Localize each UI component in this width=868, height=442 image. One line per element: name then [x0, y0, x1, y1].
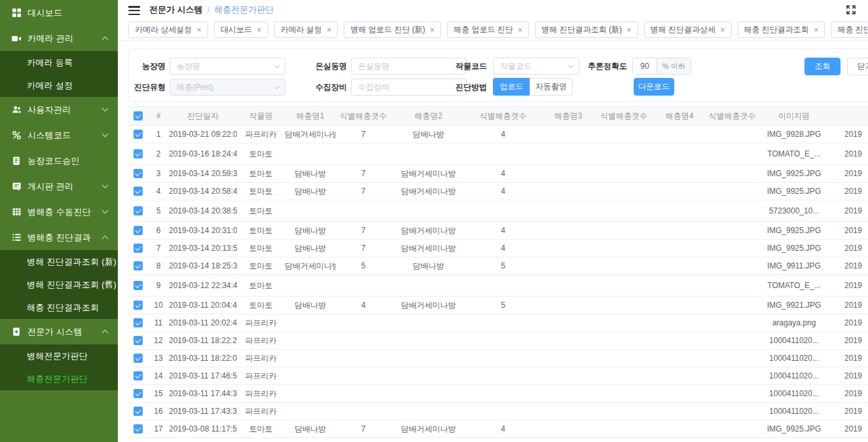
search-button[interactable]: 조회: [805, 58, 841, 75]
row-checkbox[interactable]: [134, 371, 143, 380]
tab-6[interactable]: ●병해 진단결과조회 (新)×: [535, 22, 638, 38]
row-checkbox[interactable]: [134, 318, 143, 327]
tab-4[interactable]: ●병해 업로드 진단 (新)×: [344, 22, 441, 38]
dashboard-icon: [11, 8, 22, 18]
camera-icon: [11, 33, 22, 44]
row-checkbox[interactable]: [134, 169, 143, 178]
sidebar-subitem-8-1[interactable]: 병해 진단결과조회 (新): [0, 250, 118, 273]
tab-close-icon[interactable]: ×: [814, 26, 819, 34]
tab-8[interactable]: ●해충 진단결과조회×: [738, 22, 825, 38]
header-checkbox-cell: [128, 111, 148, 120]
accuracy-input-group: % 이하: [632, 58, 691, 75]
cell-extra: 2019: [831, 281, 868, 290]
breadcrumb-current: 해충전문가판단: [214, 4, 274, 16]
row-checkbox[interactable]: [134, 354, 143, 363]
row-checkbox[interactable]: [134, 424, 143, 433]
row-checkbox[interactable]: [134, 336, 143, 345]
sidebar-item-7[interactable]: 병해충 수동진단: [0, 199, 118, 225]
sidebar-subitem-8-2[interactable]: 병해 진단결과조회 (舊): [0, 273, 118, 296]
cell-count2: 5: [466, 261, 540, 270]
cell-extra: 2019: [831, 301, 868, 310]
cell-image: 1000411020...: [757, 407, 831, 416]
sidebar-subitem-9-2[interactable]: 해충전문가판단: [0, 367, 118, 390]
row-checkbox[interactable]: [134, 389, 143, 398]
device-label: 수집장비: [308, 79, 347, 96]
tab-close-icon[interactable]: ×: [327, 26, 332, 34]
sidebar-item-9[interactable]: 전문가 시스템: [0, 319, 118, 344]
chevron-down-icon: [274, 63, 280, 68]
accuracy-input[interactable]: [633, 58, 657, 74]
tab-5[interactable]: ●해충 업로드 진단×: [447, 22, 529, 38]
row-checkbox[interactable]: [134, 244, 143, 253]
header-cell: 식별해충갯수: [336, 111, 391, 122]
crop-code-label: 작물코드: [448, 58, 487, 75]
chevron-up-icon: [102, 330, 109, 337]
select-all-checkbox[interactable]: [134, 111, 143, 120]
cell-crop: 파프리카: [237, 388, 285, 399]
tab-close-icon[interactable]: ×: [257, 26, 262, 34]
sidebar-subitem-label: 카메라 등록: [27, 57, 73, 69]
table-row-3: 32019-03-14 20:59:38토마토담배나방7담배거세미나방4IMG_…: [128, 165, 868, 183]
cell-extra: 2019: [831, 318, 868, 327]
cell-no: 3: [148, 169, 169, 178]
sidebar-subitem-9-1[interactable]: 병해전문가판단: [0, 344, 118, 367]
header-cell: 식별해충갯수: [466, 111, 540, 122]
fullscreen-icon[interactable]: [846, 5, 856, 15]
hamburger-menu-icon[interactable]: [128, 6, 140, 15]
row-checkbox-cell: [128, 149, 148, 158]
row-checkbox[interactable]: [134, 281, 143, 290]
sidebar-item-5[interactable]: 농장코드승인: [0, 148, 118, 174]
cell-extra: 2019: [831, 244, 868, 253]
sidebar-item-4[interactable]: 시스템코드: [0, 122, 118, 148]
tab-3[interactable]: ●카메라 설정×: [274, 22, 338, 38]
method-option-1[interactable]: 업로드: [493, 78, 530, 96]
cell-image: 1000411020...: [757, 389, 831, 398]
farm-select[interactable]: 농장명: [170, 58, 285, 75]
row-checkbox-cell: [128, 187, 148, 196]
tab-2[interactable]: ●대시보드×: [214, 22, 268, 38]
tab-close-icon[interactable]: ×: [518, 26, 523, 34]
tab-close-icon[interactable]: ×: [429, 26, 435, 34]
cell-extra: 2019: [831, 336, 868, 345]
row-checkbox[interactable]: [134, 226, 143, 235]
cell-image: IMG_9925.JPG: [757, 244, 831, 253]
row-checkbox-cell: [128, 261, 148, 270]
sidebar-item-8[interactable]: 병해충 진단결과: [0, 225, 118, 250]
diagnosis-type-select[interactable]: 해충(Pest): [170, 79, 285, 96]
sidebar-item-6[interactable]: 게시판 관리: [0, 174, 118, 199]
sidebar-subitem-8-3[interactable]: 해충 진단결과조회: [0, 296, 118, 319]
sidebar-item-3[interactable]: 사용자관리: [0, 97, 118, 122]
tab-label: 카메라 설정: [281, 24, 322, 35]
cell-image: 1000411020...: [757, 354, 831, 363]
header-cell: 해충명1: [285, 111, 336, 122]
tab-1[interactable]: ●카메라 상세설정×: [128, 22, 208, 38]
method-option-2[interactable]: 자동촬영: [530, 78, 573, 96]
tab-close-icon[interactable]: ×: [720, 26, 725, 34]
cell-no: 10: [148, 301, 169, 310]
close-button[interactable]: 닫기: [847, 58, 868, 75]
download-button[interactable]: 다운로드: [634, 78, 674, 96]
row-checkbox[interactable]: [134, 149, 143, 158]
cell-crop: 파프리카: [237, 371, 285, 382]
row-checkbox[interactable]: [134, 130, 143, 139]
row-checkbox[interactable]: [134, 187, 143, 196]
tab-7[interactable]: ●병해 진단결과상세×: [644, 22, 732, 38]
tab-close-icon[interactable]: ×: [196, 26, 202, 34]
sidebar-subitem-2-2[interactable]: 카메라 설정: [0, 74, 118, 97]
sidebar-subitem-2-1[interactable]: 카메라 등록: [0, 51, 118, 74]
cell-count2: 4: [466, 244, 540, 253]
row-checkbox[interactable]: [134, 261, 143, 270]
sidebar-item-1[interactable]: 대시보드: [0, 0, 118, 26]
expert-system-icon: [11, 327, 22, 337]
board-icon: [11, 181, 22, 192]
row-checkbox[interactable]: [134, 407, 143, 416]
tab-close-icon[interactable]: ×: [626, 26, 632, 34]
row-checkbox-cell: [128, 206, 148, 215]
cell-date: 2019-03-11 17:43:34: [169, 407, 237, 416]
row-checkbox[interactable]: [134, 206, 143, 215]
cell-pest1: 담배나방: [285, 168, 336, 179]
crop-code-select[interactable]: 작물코드: [493, 58, 579, 75]
tab-9[interactable]: ●해충 진단결과상세×: [831, 22, 868, 38]
sidebar-item-2[interactable]: 카메라 관리: [0, 26, 118, 51]
row-checkbox[interactable]: [134, 301, 143, 310]
